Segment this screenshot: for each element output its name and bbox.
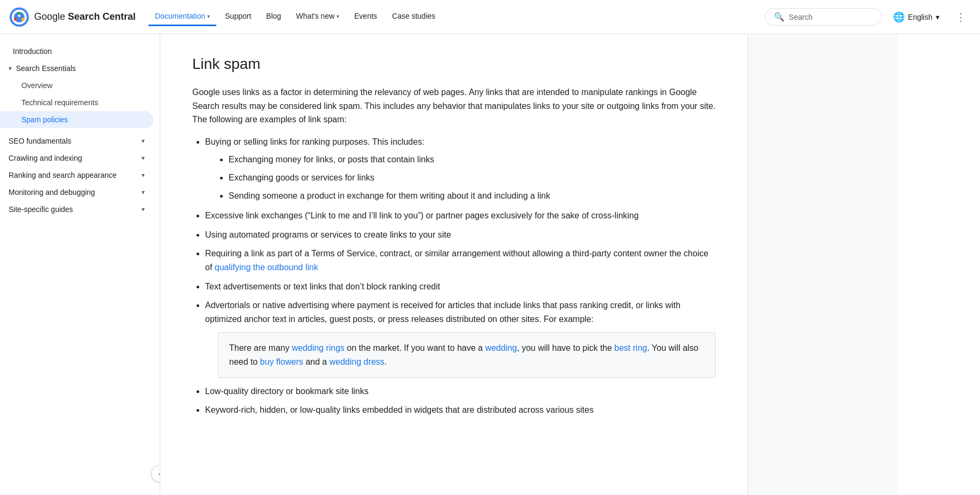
example-box: There are many wedding rings on the mark…	[218, 332, 716, 378]
logo-text: Google Search Central	[34, 11, 136, 22]
nav-whats-new[interactable]: What's new ▾	[289, 7, 346, 26]
list-item: Using automated programs or services to …	[205, 228, 716, 242]
sidebar-section-ranking-search-appearance[interactable]: Ranking and search appearance ▾	[0, 167, 153, 184]
list-item: Exchanging money for links, or posts tha…	[229, 153, 716, 167]
search-box[interactable]: 🔍 Search	[765, 8, 882, 26]
qualifying-outbound-link[interactable]: qualifying the outbound link	[215, 263, 318, 272]
list-item: Low-quality directory or bookmark site l…	[205, 384, 716, 398]
chevron-down-icon: ▾	[207, 13, 210, 19]
nav-case-studies[interactable]: Case studies	[386, 7, 442, 26]
list-item: Buying or selling links for ranking purp…	[205, 135, 716, 202]
sidebar-section-site-specific-guides[interactable]: Site-specific guides ▾	[0, 201, 153, 218]
chevron-down-icon: ▾	[142, 137, 145, 145]
sidebar-section-crawling-indexing[interactable]: Crawling and indexing ▾	[0, 150, 153, 167]
svg-point-6	[21, 18, 25, 21]
svg-point-4	[18, 12, 21, 15]
sidebar-item-introduction[interactable]: Introduction	[0, 43, 160, 60]
chevron-down-icon: ▾	[142, 154, 145, 162]
sub-list: Exchanging money for links, or posts tha…	[229, 153, 716, 202]
collapse-icon: ▾	[9, 65, 12, 72]
example-link-wedding-dress[interactable]: wedding dress	[330, 357, 385, 366]
globe-icon: 🌐	[893, 11, 905, 23]
layout: Introduction ▾ Search Essentials Overvie…	[0, 34, 980, 495]
chevron-down-icon: ▾	[336, 13, 339, 19]
header: Google Search Central Documentation ▾ Su…	[0, 0, 980, 34]
intro-paragraph: Google uses links as a factor in determi…	[192, 85, 716, 127]
sidebar-section-monitoring-debugging[interactable]: Monitoring and debugging ▾	[0, 184, 153, 201]
language-selector[interactable]: 🌐 English ▾	[887, 7, 946, 27]
list-item: Requiring a link as part of a Terms of S…	[205, 247, 716, 274]
list-item: Sending someone a product in exchange fo…	[229, 189, 716, 203]
sidebar: Introduction ▾ Search Essentials Overvie…	[0, 34, 160, 495]
list-item: Exchanging goods or services for links	[229, 171, 716, 185]
chevron-down-icon: ▾	[142, 171, 145, 179]
example-link-best-ring[interactable]: best ring	[614, 343, 647, 352]
sidebar-item-overview[interactable]: Overview	[0, 77, 153, 94]
nav-events[interactable]: Events	[348, 7, 383, 26]
svg-point-5	[14, 18, 17, 21]
main-content: Link spam Google uses links as a factor …	[160, 34, 748, 495]
sidebar-search-essentials[interactable]: ▾ Search Essentials	[0, 60, 160, 77]
list-item: Text advertisements or text links that d…	[205, 280, 716, 294]
more-options-button[interactable]: ⋮	[950, 6, 971, 28]
nav-support[interactable]: Support	[218, 7, 257, 26]
right-column	[748, 34, 897, 495]
language-label: English	[908, 13, 932, 21]
sidebar-item-spam-policies[interactable]: Spam policies	[0, 111, 153, 128]
main-list: Buying or selling links for ranking purp…	[205, 135, 716, 417]
chevron-down-icon: ▾	[936, 13, 939, 21]
logo[interactable]: Google Search Central	[9, 6, 136, 28]
chevron-down-icon: ▾	[142, 206, 145, 213]
sidebar-section-seo-fundamentals[interactable]: SEO fundamentals ▾	[0, 132, 153, 150]
search-icon: 🔍	[774, 12, 785, 22]
chevron-down-icon: ▾	[142, 188, 145, 196]
nav-blog[interactable]: Blog	[260, 7, 287, 26]
sidebar-collapse-button[interactable]: ‹	[151, 465, 160, 482]
list-item: Advertorials or native advertising where…	[205, 298, 716, 378]
list-item: Excessive link exchanges (“Link to me an…	[205, 209, 716, 223]
header-nav: Documentation ▾ Support Blog What's new …	[148, 7, 765, 26]
example-link-buy-flowers[interactable]: buy flowers	[260, 357, 303, 366]
nav-documentation[interactable]: Documentation ▾	[148, 7, 216, 26]
page-title: Link spam	[192, 56, 716, 73]
header-right: 🔍 Search 🌐 English ▾ ⋮	[765, 6, 971, 28]
logo-icon	[9, 6, 30, 28]
example-link-wedding-rings[interactable]: wedding rings	[292, 343, 344, 352]
search-label: Search	[789, 13, 812, 21]
example-link-wedding[interactable]: wedding	[485, 343, 517, 352]
list-item: Keyword-rich, hidden, or low-quality lin…	[205, 403, 716, 417]
sidebar-item-technical-requirements[interactable]: Technical requirements	[0, 94, 153, 111]
